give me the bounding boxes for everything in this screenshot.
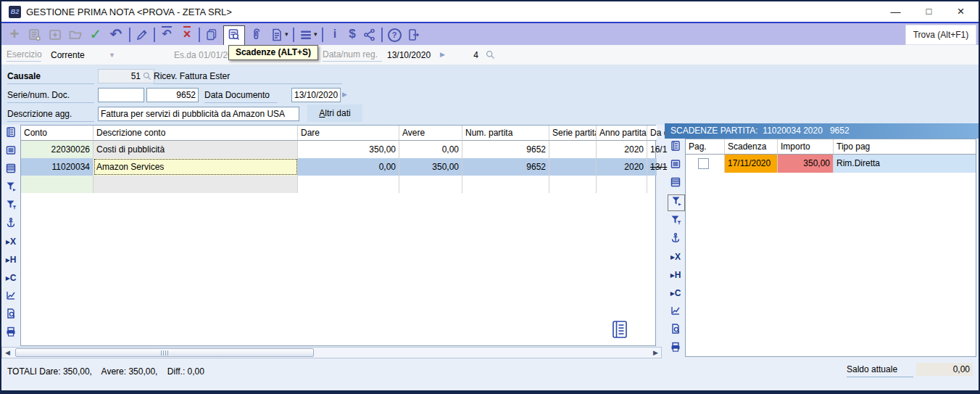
goto-x-icon[interactable]: ▸X xyxy=(668,250,684,266)
minimize-button[interactable]: — xyxy=(879,1,912,22)
list-view-icon[interactable] xyxy=(3,144,19,160)
column-header[interactable]: Avere xyxy=(399,126,462,141)
new-from-list-button[interactable] xyxy=(26,26,43,44)
print-preview-icon[interactable] xyxy=(668,323,684,338)
num-doc-field[interactable]: 9652 xyxy=(146,88,199,102)
scadenza-cell[interactable]: 17/11/2020 xyxy=(725,155,778,173)
da-data-cell[interactable] xyxy=(647,176,657,193)
journal-view-icon[interactable] xyxy=(3,126,19,141)
find-button[interactable]: Trova (Alt+F1) xyxy=(905,25,976,45)
column-header[interactable]: Num. partita xyxy=(462,126,549,141)
chart-icon[interactable] xyxy=(3,290,19,305)
restore-button[interactable]: ↶ xyxy=(158,26,175,44)
help-button[interactable]: ? xyxy=(386,26,403,44)
dare-cell[interactable]: 0,00 xyxy=(298,158,399,176)
scrollbar-thumb[interactable] xyxy=(15,348,314,357)
table-view-icon[interactable] xyxy=(3,163,19,178)
filter-arrow-icon[interactable] xyxy=(3,181,19,196)
scroll-right-icon[interactable]: ▶ xyxy=(651,348,660,357)
serie-partita-cell[interactable] xyxy=(549,158,597,176)
info-button[interactable]: i xyxy=(326,26,344,44)
undo-button[interactable]: ↶ xyxy=(107,26,125,44)
arrow-right-icon[interactable]: ▶ xyxy=(342,91,347,98)
pag-cell[interactable] xyxy=(686,155,725,173)
num-partita-cell[interactable]: 9652 xyxy=(462,158,549,176)
column-header[interactable]: Importo xyxy=(778,139,834,155)
anno-partita-cell[interactable]: 2020 xyxy=(597,141,647,158)
column-header[interactable]: Pag. xyxy=(686,139,725,155)
serie-partita-cell[interactable] xyxy=(549,141,597,158)
filter-arrow-icon-selected[interactable] xyxy=(668,194,685,211)
goto-c-icon[interactable]: ▸C xyxy=(3,271,19,287)
dare-cell[interactable] xyxy=(298,176,399,193)
descrizione-cell[interactable]: Costi di pubblicità xyxy=(94,141,298,158)
scroll-left-icon[interactable]: ◀ xyxy=(3,348,12,357)
dare-cell[interactable]: 350,00 xyxy=(298,141,399,158)
altri-dati-button[interactable]: Altri dati xyxy=(307,104,362,122)
column-header[interactable]: Da d xyxy=(647,126,657,141)
table-row[interactable]: 22030026 Costi di pubblicità 350,00 0,00… xyxy=(21,141,655,158)
goto-c-icon[interactable]: ▸C xyxy=(668,287,684,302)
attachments-button[interactable] xyxy=(248,26,265,44)
list-view-icon[interactable] xyxy=(668,158,684,173)
confirm-button[interactable]: ✓ xyxy=(87,26,104,44)
serie-field[interactable] xyxy=(98,88,144,102)
notebook-icon[interactable] xyxy=(610,319,630,342)
anno-partita-cell[interactable]: 2020 xyxy=(597,158,647,176)
print-preview-icon[interactable] xyxy=(3,308,19,323)
chevron-down-icon[interactable]: ▾ xyxy=(285,30,288,38)
column-header[interactable]: Dare xyxy=(298,126,399,141)
arrow-right-icon[interactable]: ▶ xyxy=(440,51,445,58)
conto-cell[interactable]: 22030026 xyxy=(21,141,94,158)
avere-cell[interactable]: 350,00 xyxy=(399,158,462,176)
print-icon[interactable] xyxy=(3,326,19,341)
share-button[interactable] xyxy=(361,26,378,44)
column-header[interactable]: Descrizione conto xyxy=(94,126,298,141)
descrizione-cell[interactable] xyxy=(94,176,298,193)
descrizione-field[interactable]: Fattura per servizi di pubblicità da Ama… xyxy=(98,107,299,121)
delete-button[interactable]: × xyxy=(178,26,196,44)
new-record-button[interactable]: + xyxy=(6,26,23,44)
anchor-icon[interactable] xyxy=(3,217,19,232)
conto-cell[interactable]: 11020034 xyxy=(21,158,94,176)
print-icon[interactable] xyxy=(668,341,684,356)
data-documento-field[interactable]: 13/10/2020 xyxy=(291,88,341,102)
search-icon[interactable] xyxy=(143,72,151,81)
close-button[interactable]: × xyxy=(944,1,977,22)
column-header[interactable]: Scadenza xyxy=(725,139,778,155)
column-header[interactable]: Serie partita xyxy=(549,126,597,141)
column-header[interactable]: Anno partita xyxy=(597,126,647,141)
scadenze-button[interactable] xyxy=(223,25,245,46)
tipo-pag-cell[interactable]: Rim.Diretta xyxy=(834,155,976,173)
column-header[interactable]: Tipo pag xyxy=(834,139,976,155)
importo-cell[interactable]: 350,00 xyxy=(778,155,834,173)
copy-button[interactable] xyxy=(203,26,220,44)
table-row-empty[interactable] xyxy=(21,176,655,193)
open-button[interactable] xyxy=(67,26,84,44)
avere-cell[interactable]: 0,00 xyxy=(399,141,462,158)
num-partita-cell[interactable] xyxy=(462,176,549,193)
horizontal-scrollbar[interactable]: ◀ ▶ xyxy=(1,347,662,358)
chevron-down-icon[interactable]: ▼ xyxy=(109,52,115,59)
da-data-cell[interactable]: 16/1 xyxy=(647,141,657,158)
chevron-down-icon[interactable]: ▾ xyxy=(314,30,317,38)
table-view-icon[interactable] xyxy=(668,176,684,192)
scadenza-row[interactable]: 17/11/2020 350,00 Rim.Diretta xyxy=(686,155,976,173)
column-header[interactable]: Conto xyxy=(21,126,94,141)
documents-button[interactable] xyxy=(268,26,286,44)
chart-icon[interactable] xyxy=(668,305,684,320)
esercizio-select[interactable]: Corrente xyxy=(51,50,85,60)
table-row-selected[interactable]: 11020034 Amazon Services 0,00 350,00 965… xyxy=(21,158,655,176)
serie-partita-cell[interactable] xyxy=(549,176,597,193)
search-icon[interactable] xyxy=(486,50,495,59)
currency-button[interactable]: $ xyxy=(344,26,361,44)
anchor-icon[interactable] xyxy=(668,232,684,247)
pag-checkbox[interactable] xyxy=(698,158,709,169)
filter-funnel-icon[interactable] xyxy=(668,214,684,229)
num-partita-cell[interactable]: 9652 xyxy=(462,141,549,158)
da-data-cell[interactable]: 13/1 xyxy=(647,158,657,176)
goto-x-icon[interactable]: ▸X xyxy=(3,235,19,250)
anno-partita-cell[interactable] xyxy=(597,176,647,193)
reg-number[interactable]: 4 xyxy=(465,50,478,60)
data-num-reg-value[interactable]: 13/10/2020 xyxy=(387,50,431,60)
